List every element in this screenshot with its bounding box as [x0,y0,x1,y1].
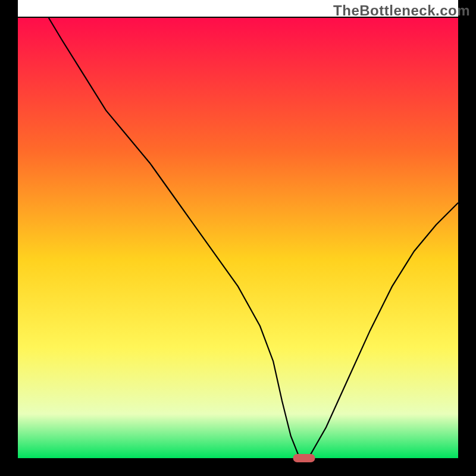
frame-right [458,0,476,476]
bottleneck-chart [0,0,476,476]
frame-bottom [0,458,476,476]
chart-background [18,18,458,458]
plot-area [0,0,476,476]
watermark-text: TheBottleneck.com [333,2,470,19]
frame-left [0,0,18,476]
optimal-marker [293,454,315,462]
chart-container: TheBottleneck.com [0,0,476,476]
